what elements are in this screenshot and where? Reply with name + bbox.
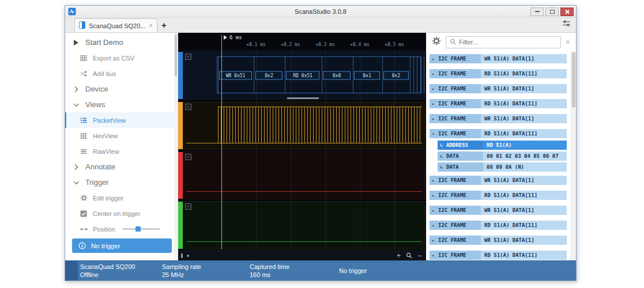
- decoded-value-box[interactable]: 0x0: [323, 71, 351, 79]
- ruler-tick-label: +0.4 ms: [350, 42, 370, 47]
- sidebar-scrollbar[interactable]: [174, 33, 178, 260]
- packet-row[interactable]: ▾I2C FRAMERD 51(A) DATA[11]: [430, 129, 567, 138]
- close-button[interactable]: [560, 7, 574, 16]
- decoded-value-box[interactable]: 0x2: [255, 71, 283, 79]
- packet-row[interactable]: ▸I2C FRAMEWR 51(A) DATA[1]: [430, 84, 567, 93]
- tab-close-icon[interactable]: ×: [149, 22, 152, 29]
- decoded-value-box[interactable]: 0x2: [383, 71, 409, 79]
- packet-row[interactable]: ▸I2C FRAMEWR 51(A) DATA[1]: [430, 114, 567, 123]
- sidebar-item-add-bus[interactable]: Add bus: [65, 66, 178, 81]
- expand-triangle-icon[interactable]: ▸: [430, 54, 437, 63]
- packet-scrollbar-thumb[interactable]: [572, 52, 575, 107]
- sidebar-item-device[interactable]: Device: [65, 81, 178, 97]
- zoom-in-button[interactable]: +: [397, 252, 401, 259]
- expand-triangle-icon[interactable]: ▸: [430, 69, 437, 78]
- ruler-tick-label: +0.5 ms: [385, 42, 404, 47]
- packet-row-value: WR 51(A) DATA[1]: [481, 54, 567, 63]
- packet-row[interactable]: ▸I2C FRAMEWR 51(A) DATA[1]: [430, 236, 567, 245]
- channel-3-collapse-button[interactable]: -: [185, 154, 191, 160]
- signal-transition: [353, 56, 353, 93]
- filter-input[interactable]: [459, 39, 557, 46]
- packet-row[interactable]: ▸I2C FRAMERD 51(A) DATA[11]: [430, 99, 567, 108]
- collapse-triangle-icon[interactable]: ▾: [430, 129, 437, 138]
- expand-triangle-icon[interactable]: ▸: [430, 191, 437, 200]
- packet-row-label: I2C FRAME: [437, 251, 481, 260]
- subrow-arrow-icon[interactable]: ↳: [438, 151, 445, 161]
- waveform-area[interactable]: +0.1 ms+0.2 ms+0.3 ms+0.4 ms+0.5 ms 6 ms…: [178, 33, 426, 260]
- time-cursor[interactable]: [221, 35, 222, 249]
- channel-1-trace[interactable]: - WR 0x510x2RD 0x510x00x10x2: [183, 51, 425, 100]
- packet-row[interactable]: ▸I2C FRAMERD 51(A) DATA[11]: [430, 251, 567, 260]
- sidebar-item-rawview[interactable]: RawView: [65, 143, 178, 159]
- add-tab-button[interactable]: +: [161, 21, 167, 29]
- expand-triangle-icon[interactable]: ▸: [430, 221, 437, 230]
- channel-4-collapse-button[interactable]: -: [185, 203, 191, 210]
- waveform-hscrollbar[interactable]: + −: [178, 251, 426, 260]
- packet-row[interactable]: ▸I2C FRAMERD 51(A) DATA[11]: [430, 221, 567, 230]
- channel-4-color-bar[interactable]: [178, 202, 183, 249]
- sidebar-item-export-csv[interactable]: Export as CSV: [65, 50, 178, 66]
- sidebar-item-packetview[interactable]: PacketView: [65, 112, 178, 128]
- expand-triangle-icon[interactable]: ▸: [430, 114, 437, 123]
- tab-scanaquad[interactable]: ScanaQuad SQ20... ×: [74, 18, 157, 32]
- channel-1-collapse-button[interactable]: -: [185, 54, 191, 60]
- channel-4[interactable]: -: [178, 201, 425, 249]
- packet-settings-gear-icon[interactable]: [432, 36, 441, 48]
- sidebar-item-start-demo[interactable]: Start Demo: [65, 35, 178, 50]
- signal-transition: [420, 56, 421, 93]
- channel-3-trace[interactable]: -: [183, 151, 425, 200]
- minimize-button[interactable]: [530, 7, 544, 16]
- layout-settings-icon[interactable]: [562, 19, 571, 29]
- sidebar-item-views[interactable]: Views: [65, 97, 178, 112]
- expand-triangle-icon[interactable]: ▸: [430, 176, 437, 185]
- zoom-out-button[interactable]: −: [417, 252, 421, 259]
- packet-subrow[interactable]: ↳DATA00 01 02 03 04 05 06 07: [438, 151, 567, 161]
- sidebar-item-center-on-trigger[interactable]: Center on trigger: [65, 206, 178, 221]
- decode-range-handle[interactable]: [287, 97, 319, 99]
- channel-3[interactable]: -: [178, 151, 425, 200]
- channel-3-color-bar[interactable]: [178, 152, 183, 199]
- channel-2-collapse-button[interactable]: -: [185, 104, 191, 110]
- channel-4-trace[interactable]: -: [183, 201, 425, 249]
- packet-row[interactable]: ▸I2C FRAMEWR 51(A) DATA[1]: [430, 176, 567, 185]
- channel-1[interactable]: - WR 0x510x2RD 0x510x00x10x2: [178, 51, 425, 100]
- packet-row[interactable]: ▸I2C FRAMEWR 51(A) DATA[1]: [430, 54, 567, 63]
- position-slider[interactable]: [123, 226, 160, 232]
- slider-thumb[interactable]: [135, 226, 141, 232]
- channel-2[interactable]: -: [178, 101, 425, 150]
- sidebar-item-trigger[interactable]: Trigger: [65, 175, 178, 190]
- expand-triangle-icon[interactable]: ▸: [430, 236, 437, 245]
- filter-search-box[interactable]: [446, 36, 561, 48]
- decoded-value-box[interactable]: WR 0x51: [219, 71, 252, 79]
- decoded-value-box[interactable]: 0x1: [354, 71, 380, 79]
- subrow-arrow-icon[interactable]: ↳: [438, 141, 445, 150]
- expand-triangle-icon[interactable]: ▸: [430, 99, 437, 108]
- channel-2-trace[interactable]: -: [183, 101, 425, 150]
- maximize-button[interactable]: [545, 7, 559, 16]
- packet-scrollbar[interactable]: [571, 51, 576, 260]
- sidebar-scrollbar-thumb[interactable]: [175, 35, 177, 76]
- shuffle-icon: [80, 70, 88, 77]
- chevron-right-icon: [72, 164, 80, 170]
- sidebar-item-edit-trigger[interactable]: Edit trigger: [65, 190, 178, 206]
- packet-row[interactable]: ▸I2C FRAMERD 51(A) DATA[11]: [430, 69, 567, 78]
- expand-triangle-icon[interactable]: ▸: [430, 251, 437, 260]
- decoded-value-box[interactable]: RD 0x51: [286, 71, 319, 79]
- packet-subrow[interactable]: ↳ADDRESSRD 51(A): [438, 141, 567, 150]
- expand-triangle-icon[interactable]: ▸: [430, 206, 437, 215]
- packet-row[interactable]: ▸I2C FRAMERD 51(A) DATA[11]: [430, 191, 567, 200]
- channel-2-color-bar[interactable]: [178, 102, 183, 149]
- expand-triangle-icon[interactable]: ▸: [430, 84, 437, 93]
- sidebar-item-hexview[interactable]: HexView: [65, 128, 178, 143]
- packet-row[interactable]: ▸I2C FRAMEWR 51(A) DATA[1]: [430, 206, 567, 215]
- channel-1-color-bar[interactable]: [178, 52, 183, 99]
- packet-subrow[interactable]: ↳DATA08 09 0A (N): [438, 162, 567, 172]
- sidebar-item-position[interactable]: Position: [65, 221, 178, 237]
- sidebar-item-no-trigger[interactable]: No trigger: [72, 238, 172, 253]
- subrow-arrow-icon[interactable]: ↳: [438, 162, 445, 172]
- panel-close-icon[interactable]: ×: [566, 38, 570, 46]
- magnifier-icon[interactable]: [406, 252, 412, 260]
- hscroll-thumb[interactable]: [181, 253, 183, 258]
- tab-label: ScanaQuad SQ20...: [89, 22, 145, 29]
- sidebar-item-annotate[interactable]: Annotate: [65, 159, 178, 175]
